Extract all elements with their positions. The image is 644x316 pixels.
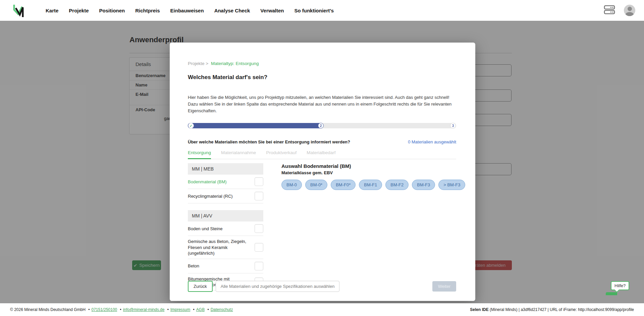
nav-item-analyse-check[interactable]: Analyse Check xyxy=(214,8,250,13)
material-list: MM | MEB Bodenmaterial (BM) Recyclingmat… xyxy=(188,163,263,291)
pill-bm-f3[interactable]: BM-F3 xyxy=(412,180,435,190)
selection-panel-title: Auswahl Bodenmaterial (BM) xyxy=(281,163,465,169)
modal-footer: Zurück Alle Materialien und zugehörige S… xyxy=(188,281,456,292)
tab-materialbedarf[interactable]: Materialbedarf xyxy=(307,150,335,159)
footer-link-phone[interactable]: 07151/250100 xyxy=(92,307,117,312)
material-checkbox[interactable] xyxy=(255,177,263,186)
selection-panel-subtitle: Materialklasse gem. EBV xyxy=(281,170,465,175)
pill-bm-f2[interactable]: BM-F2 xyxy=(385,180,409,190)
progress-step-3: 3 xyxy=(450,123,456,129)
progress-step-2: 2 xyxy=(318,123,324,129)
footer-left: © 2026 Mineral Minds Deutschland GmbH •0… xyxy=(10,307,233,312)
project-type-tabs: Entsorgung Materialannahme Produktverkau… xyxy=(188,150,456,159)
selected-count-link[interactable]: 0 Materialien ausgewählt xyxy=(408,139,456,144)
modal-description: Hier haben Sie die Möglichkeit, uns pro … xyxy=(188,94,456,114)
material-checkbox[interactable] xyxy=(255,192,263,200)
footer-debug-info: Selen IDE (Mineral Minds) | a3df6d217427… xyxy=(470,307,634,312)
material-label: Bodenmaterial (BM) xyxy=(188,179,248,185)
pill-gt-bm-f3[interactable]: > BM-F3 xyxy=(438,180,465,190)
footer: © 2026 Mineral Minds Deutschland GmbH •0… xyxy=(0,303,644,316)
material-checkbox[interactable] xyxy=(255,262,263,270)
select-all-materials-button[interactable]: Alle Materialien und zugehörige Spezifik… xyxy=(216,281,340,292)
breadcrumb: Projekte > Materialtyp: Entsorgung xyxy=(188,61,456,66)
selection-panel: Auswahl Bodenmaterial (BM) Materialklass… xyxy=(263,163,465,291)
avatar-head xyxy=(628,7,632,11)
pill-bm-0[interactable]: BM-0 xyxy=(281,180,302,190)
main-menu: Karte Projekte Positionen Richtpreis Ein… xyxy=(46,8,334,13)
list-item-beton[interactable]: Beton xyxy=(188,259,263,273)
group-header-mm-avv: MM | AVV xyxy=(188,210,263,222)
material-selection-modal: Projekte > Materialtyp: Entsorgung Welch… xyxy=(170,43,475,301)
material-label: Beton xyxy=(188,263,248,269)
copyright: © 2026 Mineral Minds Deutschland GmbH xyxy=(10,307,86,312)
list-item-gemische[interactable]: Gemische aus Beton, Ziegeln, Fliesen und… xyxy=(188,236,263,259)
tab-materialannahme[interactable]: Materialannahme xyxy=(221,150,256,159)
modal-title: Welches Material darf's sein? xyxy=(188,74,456,81)
tab-entsorgung[interactable]: Entsorgung xyxy=(188,150,211,159)
progress-step-1-check-icon: ✓ xyxy=(188,123,194,129)
top-nav: Karte Projekte Positionen Richtpreis Ein… xyxy=(0,0,644,21)
material-checkbox[interactable] xyxy=(255,243,263,252)
progress-fill xyxy=(188,123,323,128)
breadcrumb-root[interactable]: Projekte > xyxy=(188,61,208,66)
nav-item-verwalten[interactable]: Verwalten xyxy=(260,8,284,13)
nav-item-richtpreis[interactable]: Richtpreis xyxy=(135,8,160,13)
material-label: Recyclingmaterial (RC) xyxy=(188,193,248,199)
nav-right xyxy=(604,5,635,16)
tab-produktverkauf[interactable]: Produktverkauf xyxy=(266,150,297,159)
nav-item-so-funktionierts[interactable]: So funktioniert's xyxy=(294,8,334,13)
mineral-minds-logo[interactable] xyxy=(13,4,24,17)
help-tooltip[interactable]: Hilfe? xyxy=(611,281,629,290)
nav-item-projekte[interactable]: Projekte xyxy=(69,8,89,13)
group-header-mm-meb: MM | MEB xyxy=(188,163,263,175)
pill-bm-f1[interactable]: BM-F1 xyxy=(359,180,382,190)
iframe-info: (Mineral Minds) | a3df6d217427 | URL of … xyxy=(489,307,634,312)
list-item-recyclingmaterial[interactable]: Recyclingmaterial (RC) xyxy=(188,189,263,203)
server-icon[interactable] xyxy=(604,5,615,16)
list-item-boden-und-steine[interactable]: Boden und Steine xyxy=(188,222,263,236)
footer-link-impressum[interactable]: Impressum xyxy=(170,307,190,312)
breadcrumb-current: Materialtyp: Entsorgung xyxy=(211,61,259,66)
nav-item-einbauweisen[interactable]: Einbauweisen xyxy=(170,8,204,13)
back-button[interactable]: Zurück xyxy=(188,281,213,292)
material-label: Gemische aus Beton, Ziegeln, Fliesen und… xyxy=(188,239,248,256)
footer-link-datenschutz[interactable]: Datenschutz xyxy=(211,307,233,312)
pill-bm-f0-star[interactable]: BM-F0* xyxy=(331,180,356,190)
avatar-shoulders xyxy=(626,12,634,16)
pill-bm-0-star[interactable]: BM-0* xyxy=(305,180,327,190)
footer-link-agb[interactable]: AGB xyxy=(196,307,205,312)
help-fab-peek[interactable] xyxy=(606,292,617,295)
ide-label: Selen IDE xyxy=(470,307,488,312)
next-button[interactable]: Weiter xyxy=(432,281,456,292)
nav-item-karte[interactable]: Karte xyxy=(46,8,58,13)
material-label: Boden und Steine xyxy=(188,226,248,232)
page-content: Anwenderprofil Details Benutzername Name… xyxy=(0,21,644,303)
list-item-bodenmaterial[interactable]: Bodenmaterial (BM) xyxy=(188,175,263,189)
material-checkbox[interactable] xyxy=(255,224,263,233)
user-avatar-icon[interactable] xyxy=(624,5,635,16)
nav-item-positionen[interactable]: Positionen xyxy=(99,8,125,13)
material-class-pills: BM-0 BM-0* BM-F0* BM-F1 BM-F2 BM-F3 > BM… xyxy=(281,180,465,190)
footer-link-email[interactable]: info@mineral-minds.de xyxy=(123,307,165,312)
material-question: Über welche Materialien möchten Sie bei … xyxy=(188,139,350,144)
wizard-progress-bar: ✓ 2 3 xyxy=(188,123,456,128)
